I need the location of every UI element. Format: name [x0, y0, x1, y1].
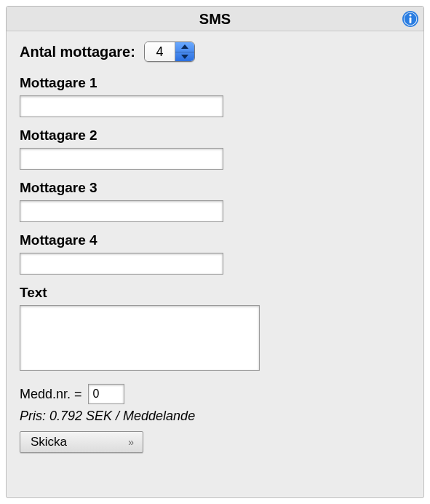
recipient-group-1: Mottagare 1 — [20, 75, 410, 117]
info-icon — [402, 10, 419, 28]
panel-title: SMS — [199, 11, 231, 27]
recipient-group-2: Mottagare 2 — [20, 127, 410, 170]
recipient-input-4[interactable] — [20, 253, 223, 275]
meddnr-row: Medd.nr. = — [20, 384, 410, 404]
chevron-up-icon — [181, 44, 188, 50]
stepper-down[interactable] — [175, 52, 194, 62]
chevron-down-icon — [181, 54, 188, 59]
chevron-right-icon: » — [128, 436, 132, 448]
sms-panel: SMS Antal mottagare: 4 — [6, 6, 424, 498]
recipient-input-1[interactable] — [20, 95, 223, 117]
recipient-input-2[interactable] — [20, 148, 223, 170]
stepper-up[interactable] — [175, 42, 194, 52]
recipient-count-stepper[interactable]: 4 — [144, 42, 195, 62]
recipient-group-3: Mottagare 3 — [20, 180, 410, 222]
recipient-count-row: Antal mottagare: 4 — [20, 42, 410, 62]
titlebar: SMS — [7, 7, 423, 31]
recipient-label-3: Mottagare 3 — [20, 180, 410, 196]
price-text: Pris: 0.792 SEK / Meddelande — [20, 409, 410, 424]
recipient-label-2: Mottagare 2 — [20, 127, 410, 143]
recipient-count-value: 4 — [145, 42, 175, 61]
recipient-input-3[interactable] — [20, 200, 223, 222]
svg-point-4 — [409, 14, 411, 16]
message-label: Text — [20, 285, 410, 301]
form-content: Antal mottagare: 4 Mottagare 1 Mottagare… — [7, 31, 423, 463]
info-button[interactable] — [402, 10, 419, 28]
message-textarea[interactable] — [20, 305, 260, 371]
meddnr-input[interactable] — [88, 384, 124, 404]
send-button-label: Skicka — [31, 435, 67, 449]
message-group: Text — [20, 285, 410, 374]
stepper-arrows — [175, 42, 194, 61]
recipient-count-label: Antal mottagare: — [20, 44, 135, 60]
recipient-group-4: Mottagare 4 — [20, 232, 410, 275]
recipient-label-1: Mottagare 1 — [20, 75, 410, 91]
svg-rect-3 — [410, 17, 412, 23]
recipient-label-4: Mottagare 4 — [20, 232, 410, 248]
meddnr-label: Medd.nr. = — [20, 387, 82, 402]
send-button[interactable]: Skicka » — [20, 431, 143, 453]
